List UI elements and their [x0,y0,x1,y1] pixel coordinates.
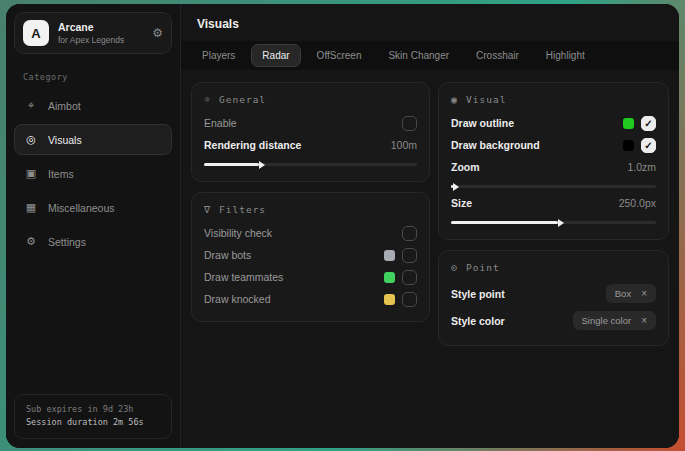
app-header-card: A Arcane for Apex Legends ⚙ [14,12,172,54]
point-card-header: ⊙ Point [451,262,656,273]
desktop-background: A Arcane for Apex Legends ⚙ Category ⌖ A… [0,0,685,451]
slider-fill [451,185,453,188]
sidebar-item-label: Visuals [48,134,82,146]
close-icon[interactable]: × [641,315,647,326]
sidebar-item-label: Settings [48,236,86,248]
zoom-slider[interactable] [451,185,656,188]
style-color-value: Single color [582,315,632,326]
slider-fill [204,163,259,166]
draw-teammates-label: Draw teammates [204,271,283,283]
general-card: ☼ General Enable Rendering distance 100m [191,82,430,182]
visibility-check-checkbox[interactable] [402,226,417,241]
aimbot-icon: ⌖ [24,99,38,112]
visual-card-header: ◉ Visual [451,94,656,105]
left-column: ☼ General Enable Rendering distance 100m [191,82,430,322]
style-color-row: Style color Single color × [451,307,656,334]
sidebar-item-settings[interactable]: ⚙ Settings [14,226,172,257]
slider-thumb[interactable] [558,219,564,227]
filter-icon: ∇ [204,204,211,215]
filters-card-header: ∇ Filters [204,204,417,215]
enable-row: Enable [204,112,417,134]
main-panel: Visuals Players Radar OffScreen Skin Cha… [181,4,679,448]
slider-fill [451,221,558,224]
draw-teammates-color-swatch[interactable] [384,272,395,283]
point-icon: ⊙ [451,262,458,273]
sidebar-item-miscellaneous[interactable]: ▦ Miscellaneous [14,192,172,223]
sidebar-item-label: Miscellaneous [48,202,115,214]
point-card: ⊙ Point Style point Box × Style color [438,250,669,346]
sidebar-nav: ⌖ Aimbot ◎ Visuals ▣ Items ▦ Miscellaneo… [14,90,172,257]
size-row: Size 250.0px [451,192,656,214]
draw-background-label: Draw background [451,139,540,151]
settings-gear-icon[interactable]: ⚙ [152,26,163,40]
filters-card-title: Filters [219,204,266,215]
enable-checkbox[interactable] [402,116,417,131]
style-point-value: Box [615,288,631,299]
tab-radar[interactable]: Radar [251,44,300,67]
items-icon: ▣ [24,167,38,180]
tab-skin-changer[interactable]: Skin Changer [377,44,460,67]
draw-knocked-row: Draw knocked [204,288,417,310]
style-point-select[interactable]: Box × [606,284,656,303]
draw-background-color-swatch[interactable] [623,140,634,151]
general-card-header: ☼ General [204,94,417,105]
draw-outline-color-swatch[interactable] [623,118,634,129]
draw-teammates-checkbox[interactable] [402,270,417,285]
tab-players[interactable]: Players [191,44,246,67]
point-card-title: Point [466,262,500,273]
draw-outline-checkbox[interactable]: ✓ [641,116,656,131]
sidebar-item-visuals[interactable]: ◎ Visuals [14,124,172,155]
rendering-distance-value: 100m [391,139,417,151]
slider-thumb[interactable] [259,161,265,169]
draw-knocked-color-swatch[interactable] [384,294,395,305]
eye-icon: ◉ [451,94,458,105]
page-title: Visuals [197,17,679,31]
draw-teammates-row: Draw teammates [204,266,417,288]
subscription-info-card: Sub expires in 9d 23h Session duration 2… [14,394,172,439]
sub-expiry-text: Sub expires in 9d 23h [26,403,160,417]
zoom-value: 1.0zm [627,161,656,173]
zoom-row: Zoom 1.0zm [451,156,656,178]
tab-offscreen[interactable]: OffScreen [306,44,373,67]
draw-bots-row: Draw bots [204,244,417,266]
app-subtitle: for Apex Legends [58,35,124,45]
draw-background-row: Draw background ✓ [451,134,656,156]
app-logo: A [23,20,49,46]
app-title: Arcane [58,21,124,33]
close-icon[interactable]: × [641,288,647,299]
draw-bots-label: Draw bots [204,249,251,261]
size-label: Size [451,197,472,209]
draw-bots-color-swatch[interactable] [384,250,395,261]
size-slider[interactable] [451,221,656,224]
style-point-row: Style point Box × [451,280,656,307]
visibility-check-label: Visibility check [204,227,272,239]
visibility-check-row: Visibility check [204,222,417,244]
enable-label: Enable [204,117,237,129]
draw-knocked-checkbox[interactable] [402,292,417,307]
style-point-label: Style point [451,288,505,300]
sidebar-item-aimbot[interactable]: ⌖ Aimbot [14,90,172,121]
category-label: Category [23,72,163,82]
app-header-text: Arcane for Apex Legends [58,21,124,45]
app-window: A Arcane for Apex Legends ⚙ Category ⌖ A… [6,4,679,448]
slider-thumb[interactable] [453,183,459,191]
size-value: 250.0px [619,197,656,209]
draw-bots-checkbox[interactable] [402,248,417,263]
rendering-distance-slider[interactable] [204,163,417,166]
draw-background-checkbox[interactable]: ✓ [641,138,656,153]
style-color-select[interactable]: Single color × [573,311,656,330]
tab-highlight[interactable]: Highlight [535,44,596,67]
sidebar-item-items[interactable]: ▣ Items [14,158,172,189]
tab-crosshair[interactable]: Crosshair [465,44,530,67]
draw-knocked-label: Draw knocked [204,293,271,305]
sidebar-item-label: Aimbot [48,100,81,112]
settings-content: ☼ General Enable Rendering distance 100m [181,70,679,358]
sidebar-item-label: Items [48,168,74,180]
right-column: ◉ Visual Draw outline ✓ Draw background [438,82,669,346]
zoom-label: Zoom [451,161,480,173]
miscellaneous-icon: ▦ [24,201,38,214]
rendering-distance-label: Rendering distance [204,139,301,151]
settings-icon: ⚙ [24,235,38,248]
filters-card: ∇ Filters Visibility check Draw bots [191,192,430,322]
general-card-title: General [219,94,266,105]
